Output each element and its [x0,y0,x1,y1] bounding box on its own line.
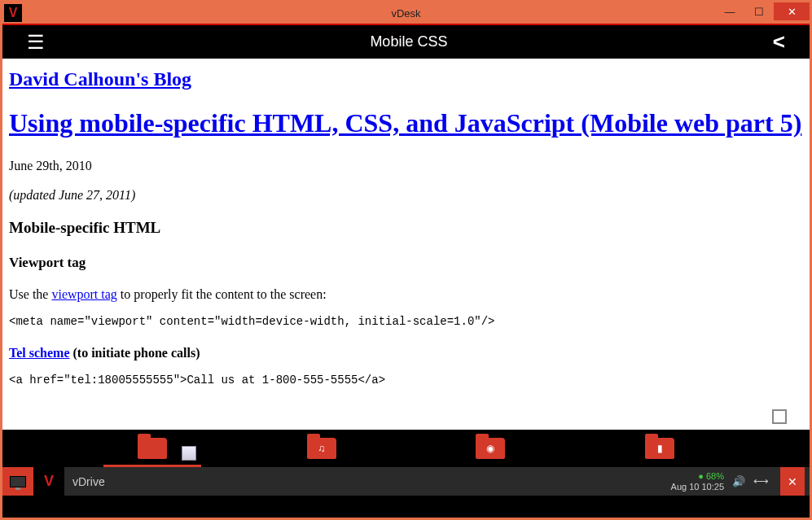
close-button[interactable]: ✕ [774,2,810,20]
system-tray: ● 68% Aug 10 10:25 🔊 ⟷ ✕ [671,467,810,496]
window-title: vDesk [391,7,420,20]
titlebar: V vDesk — ☐ ✕ [2,2,810,24]
folder-icon: ◉ [476,438,505,459]
viewport-code: <meta name="viewport" content="width=dev… [9,315,803,328]
article-title-link[interactable]: Using mobile-specific HTML, CSS, and Jav… [9,107,803,139]
window-controls: — ☐ ✕ [715,2,810,24]
monitor-icon [10,476,26,487]
text: Use the [9,287,51,301]
volume-icon[interactable]: 🔊 [732,475,745,487]
heading-mobile-html: Mobile-specific HTML [9,219,803,237]
taskbar: V vDrive ● 68% Aug 10 10:25 🔊 ⟷ ✕ [2,467,810,496]
fullscreen-icon[interactable]: ⟷ [753,475,769,487]
tray-close-button[interactable]: ✕ [780,467,805,496]
app-icon-letter: V [9,6,18,20]
tel-scheme-link[interactable]: Tel scheme [9,346,70,360]
minimize-button[interactable]: — [715,2,744,20]
app-letter: V [44,473,54,490]
maximize-button[interactable]: ☐ [744,2,774,20]
start-button[interactable] [2,467,33,496]
taskbar-app-label: vDrive [72,475,105,488]
battery-status: ● 68% [671,471,724,482]
blog-home-link[interactable]: David Calhoun's Blog [9,68,191,90]
viewport-tag-link[interactable]: viewport tag [51,287,116,301]
back-icon[interactable]: < [773,29,785,55]
heading-tel-scheme: Tel scheme (to initiate phone calls) [9,346,803,361]
overlay-checkbox[interactable] [772,409,787,424]
camera-icon: ◉ [486,443,494,454]
taskbar-app-icon[interactable]: V [33,467,64,496]
heading-viewport: Viewport tag [9,255,803,271]
tray-datetime: ● 68% Aug 10 10:25 [671,471,724,492]
publish-date: June 29th, 2010 [9,159,803,173]
folder-photos[interactable]: ◉ [450,438,531,459]
updated-date: (updated June 27, 2011) [9,188,803,203]
close-glyph: ✕ [788,475,797,488]
text: (to initiate phone calls) [70,346,200,360]
page-title: Mobile CSS [370,33,447,50]
document-overlay-icon [182,446,196,461]
folder-icon [138,438,167,459]
folder-music[interactable]: ♫ [281,438,362,459]
app-icon: V [4,4,22,22]
text: to properly fit the content to the scree… [117,287,327,301]
clock: Aug 10 10:25 [671,482,724,492]
folder-documents[interactable] [112,438,193,459]
tel-code: <a href="tel:18005555555">Call us at 1-8… [9,374,803,387]
folder-icon: ▮ [645,438,674,459]
folder-bar: ♫ ◉ ▮ [2,430,810,467]
content-area[interactable]: David Calhoun's Blog Using mobile-specif… [2,59,810,430]
menu-icon[interactable]: ☰ [27,31,45,54]
folder-videos[interactable]: ▮ [619,438,700,459]
app-header: ☰ Mobile CSS < [2,24,810,59]
video-icon: ▮ [657,443,663,454]
folder-icon: ♫ [307,438,336,459]
music-icon: ♫ [318,443,325,454]
viewport-paragraph: Use the viewport tag to properly fit the… [9,287,803,302]
